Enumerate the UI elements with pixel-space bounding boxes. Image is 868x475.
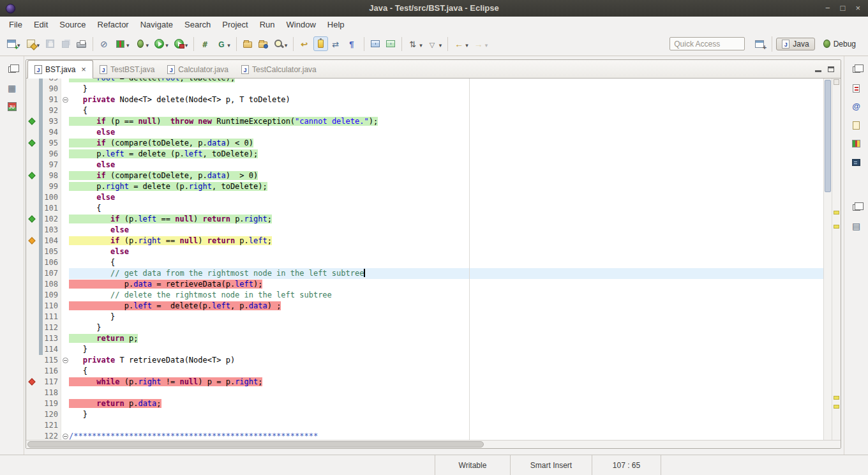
annotation-ruler-cell[interactable]	[26, 312, 39, 322]
minimize-editor-icon[interactable]	[815, 67, 821, 72]
menu-navigate[interactable]: Navigate	[135, 19, 179, 31]
outline-view-button[interactable]	[849, 219, 864, 233]
dropdown-arrow-icon[interactable]	[419, 38, 423, 50]
annotation-ruler-cell[interactable]	[26, 225, 39, 236]
fold-ruler-cell[interactable]	[61, 268, 69, 279]
fold-ruler-cell[interactable]	[61, 431, 69, 440]
restore-views-view-button[interactable]	[4, 63, 20, 77]
code-line-116[interactable]: 116 {	[26, 366, 823, 377]
fold-ruler-cell[interactable]	[61, 355, 69, 366]
code-text[interactable]	[69, 388, 823, 398]
coverage-view-button[interactable]	[849, 137, 864, 151]
code-text[interactable]: }	[69, 312, 823, 322]
editor-tab-testbst-java[interactable]: TestBST.java	[93, 61, 161, 78]
annotation-ruler-cell[interactable]	[26, 79, 39, 84]
menu-run[interactable]: Run	[254, 19, 281, 31]
annotation-ruler-cell[interactable]	[26, 344, 39, 355]
package-explorer-view-button[interactable]	[4, 81, 20, 95]
code-line-91[interactable]: 91 private Node<T> delete(Node<T> p, T t…	[26, 94, 823, 105]
annotation-ruler-cell[interactable]	[26, 301, 39, 312]
fold-ruler-cell[interactable]	[61, 312, 69, 322]
open-type-button[interactable]	[241, 36, 255, 51]
code-line-101[interactable]: 101 {	[26, 203, 823, 214]
code-text[interactable]: return p.data;	[69, 398, 823, 409]
annotation-ruler-cell[interactable]	[26, 214, 39, 225]
warning-annotation-mark-icon[interactable]	[834, 405, 839, 409]
vertical-scrollbar[interactable]	[823, 79, 832, 440]
dropdown-arrow-icon[interactable]	[438, 38, 442, 50]
editor-tab-bst-java[interactable]: BST.java	[27, 60, 93, 79]
code-line-107[interactable]: 107 // get data from the rightmost node …	[26, 268, 823, 279]
code-text[interactable]: p.left = delete(p.left, p.data) ;	[69, 301, 823, 312]
fold-ruler-cell[interactable]	[61, 257, 69, 268]
editor-tab-calculator-java[interactable]: Calculator.java	[161, 61, 235, 78]
annotation-ruler-cell[interactable]	[26, 94, 39, 105]
code-line-89[interactable]: 89 root = delete(root, toDelete);	[26, 79, 823, 84]
code-text[interactable]: else	[69, 192, 823, 203]
code-text[interactable]: }	[69, 84, 823, 94]
fold-ruler-cell[interactable]	[61, 116, 69, 127]
show-whitespace-button[interactable]	[345, 36, 360, 51]
overview-ruler[interactable]	[832, 79, 841, 440]
annotation-ruler-cell[interactable]	[26, 257, 39, 268]
mark-occurrences-button[interactable]	[313, 36, 328, 51]
external-tools-button[interactable]	[172, 36, 190, 52]
quick-access-input[interactable]	[670, 37, 745, 50]
forward-button[interactable]	[472, 36, 490, 52]
annotation-ruler-cell[interactable]	[26, 160, 39, 170]
code-text[interactable]: p.data = retrieveData(p.left);	[69, 279, 823, 290]
code-text[interactable]: private T retrieveData(Node<T> p)	[69, 355, 823, 366]
new-class-button[interactable]	[214, 36, 232, 52]
fold-ruler-cell[interactable]	[61, 181, 69, 192]
code-line-102[interactable]: 102 if (p.left == null) return p.right;	[26, 214, 823, 225]
junit-view-button[interactable]	[4, 100, 20, 114]
dropdown-arrow-icon[interactable]	[465, 38, 468, 50]
annotation-ruler-cell[interactable]	[26, 181, 39, 192]
overview-ruler-header[interactable]	[834, 79, 839, 85]
code-text[interactable]: else	[69, 246, 823, 257]
fold-ruler-cell[interactable]	[61, 279, 69, 290]
code-text[interactable]: if (compare(toDelete, p.data) > 0)	[69, 170, 823, 181]
fold-ruler-cell[interactable]	[61, 409, 69, 420]
code-line-93[interactable]: 93 if (p == null) throw new RuntimeExcep…	[26, 116, 823, 127]
save-all-button[interactable]	[59, 36, 73, 51]
code-line-115[interactable]: 115 private T retrieveData(Node<T> p)	[26, 355, 823, 366]
annotation-ruler-cell[interactable]	[26, 149, 39, 160]
annotation-ruler-cell[interactable]	[26, 105, 39, 116]
editor-tab-testcalculator-java[interactable]: TestCalculator.java	[235, 61, 323, 78]
full-coverage-marker-icon[interactable]	[28, 172, 35, 179]
fold-ruler-cell[interactable]	[61, 236, 69, 246]
code-line-119[interactable]: 119 return p.data;	[26, 398, 823, 409]
new-menu-button[interactable]	[24, 36, 42, 52]
code-text[interactable]: }	[69, 322, 823, 333]
menu-file[interactable]: File	[3, 19, 28, 31]
menu-refactor[interactable]: Refactor	[92, 19, 135, 31]
new-java-working-set-button[interactable]	[198, 36, 213, 51]
dropdown-arrow-icon[interactable]	[184, 38, 188, 50]
no-coverage-marker-icon[interactable]	[28, 378, 35, 385]
fold-ruler-cell[interactable]	[61, 79, 69, 84]
annotation-ruler-cell[interactable]	[26, 170, 39, 181]
code-text[interactable]: else	[69, 225, 823, 236]
code-line-112[interactable]: 112 }	[26, 322, 823, 333]
fold-ruler-cell[interactable]	[61, 246, 69, 257]
code-text[interactable]: if (p.right == null) return p.left;	[69, 236, 823, 246]
annotation-ruler-cell[interactable]	[26, 192, 39, 203]
annotation-ruler-cell[interactable]	[26, 290, 39, 301]
code-line-98[interactable]: 98 if (compare(toDelete, p.data) > 0)	[26, 170, 823, 181]
code-text[interactable]: p.right = delete (p.right, toDelete);	[69, 181, 823, 192]
fold-ruler-cell[interactable]	[61, 333, 69, 344]
fold-ruler-cell[interactable]	[61, 398, 69, 409]
fold-ruler-cell[interactable]	[61, 290, 69, 301]
warning-annotation-mark-icon[interactable]	[834, 225, 839, 229]
annotation-ruler-cell[interactable]	[26, 398, 39, 409]
code-text[interactable]: private Node<T> delete(Node<T> p, T toDe…	[69, 94, 823, 105]
menu-search[interactable]: Search	[179, 19, 216, 31]
code-line-105[interactable]: 105 else	[26, 246, 823, 257]
outline-view-button[interactable]	[384, 36, 398, 51]
print-button[interactable]	[74, 36, 89, 51]
filters-button[interactable]	[426, 36, 444, 52]
code-line-94[interactable]: 94 else	[26, 127, 823, 138]
maximize-editor-icon[interactable]	[828, 66, 834, 72]
last-edit-location-button[interactable]	[297, 36, 312, 51]
